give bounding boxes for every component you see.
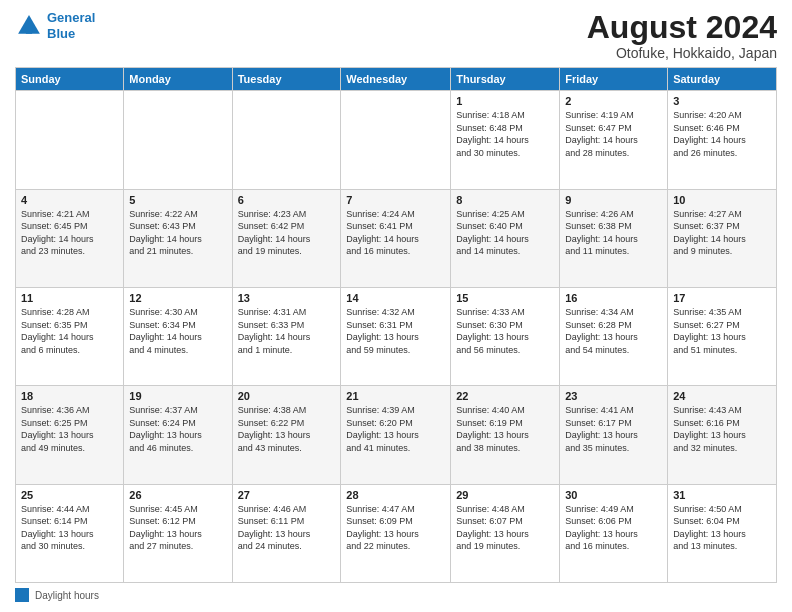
day-info: Sunrise: 4:25 AM Sunset: 6:40 PM Dayligh… [456,208,554,258]
day-number: 4 [21,194,118,206]
day-number: 27 [238,489,336,501]
svg-rect-1 [26,27,32,33]
day-info: Sunrise: 4:26 AM Sunset: 6:38 PM Dayligh… [565,208,662,258]
calendar-cell: 18Sunrise: 4:36 AM Sunset: 6:25 PM Dayli… [16,386,124,484]
day-number: 9 [565,194,662,206]
day-info: Sunrise: 4:45 AM Sunset: 6:12 PM Dayligh… [129,503,226,553]
day-info: Sunrise: 4:34 AM Sunset: 6:28 PM Dayligh… [565,306,662,356]
calendar-cell: 8Sunrise: 4:25 AM Sunset: 6:40 PM Daylig… [451,189,560,287]
day-info: Sunrise: 4:23 AM Sunset: 6:42 PM Dayligh… [238,208,336,258]
day-info: Sunrise: 4:20 AM Sunset: 6:46 PM Dayligh… [673,109,771,159]
calendar-cell: 20Sunrise: 4:38 AM Sunset: 6:22 PM Dayli… [232,386,341,484]
calendar-cell: 30Sunrise: 4:49 AM Sunset: 6:06 PM Dayli… [560,484,668,582]
day-number: 18 [21,390,118,402]
subtitle: Otofuke, Hokkaido, Japan [587,45,777,61]
calendar-cell: 21Sunrise: 4:39 AM Sunset: 6:20 PM Dayli… [341,386,451,484]
day-number: 16 [565,292,662,304]
day-number: 21 [346,390,445,402]
calendar-cell: 1Sunrise: 4:18 AM Sunset: 6:48 PM Daylig… [451,91,560,189]
calendar-header-row: SundayMondayTuesdayWednesdayThursdayFrid… [16,68,777,91]
day-info: Sunrise: 4:44 AM Sunset: 6:14 PM Dayligh… [21,503,118,553]
day-info: Sunrise: 4:22 AM Sunset: 6:43 PM Dayligh… [129,208,226,258]
day-number: 26 [129,489,226,501]
title-block: August 2024 Otofuke, Hokkaido, Japan [587,10,777,61]
calendar-cell [124,91,232,189]
calendar-cell: 7Sunrise: 4:24 AM Sunset: 6:41 PM Daylig… [341,189,451,287]
day-number: 3 [673,95,771,107]
day-number: 28 [346,489,445,501]
day-number: 31 [673,489,771,501]
day-info: Sunrise: 4:35 AM Sunset: 6:27 PM Dayligh… [673,306,771,356]
day-info: Sunrise: 4:47 AM Sunset: 6:09 PM Dayligh… [346,503,445,553]
day-info: Sunrise: 4:24 AM Sunset: 6:41 PM Dayligh… [346,208,445,258]
header: General Blue August 2024 Otofuke, Hokkai… [15,10,777,61]
calendar-header-saturday: Saturday [668,68,777,91]
calendar-cell: 24Sunrise: 4:43 AM Sunset: 6:16 PM Dayli… [668,386,777,484]
calendar-cell: 10Sunrise: 4:27 AM Sunset: 6:37 PM Dayli… [668,189,777,287]
day-info: Sunrise: 4:48 AM Sunset: 6:07 PM Dayligh… [456,503,554,553]
day-number: 17 [673,292,771,304]
calendar-cell: 15Sunrise: 4:33 AM Sunset: 6:30 PM Dayli… [451,287,560,385]
day-number: 13 [238,292,336,304]
day-number: 7 [346,194,445,206]
day-info: Sunrise: 4:43 AM Sunset: 6:16 PM Dayligh… [673,404,771,454]
calendar-cell: 23Sunrise: 4:41 AM Sunset: 6:17 PM Dayli… [560,386,668,484]
day-number: 10 [673,194,771,206]
calendar-cell [16,91,124,189]
calendar-header-sunday: Sunday [16,68,124,91]
day-info: Sunrise: 4:49 AM Sunset: 6:06 PM Dayligh… [565,503,662,553]
day-info: Sunrise: 4:50 AM Sunset: 6:04 PM Dayligh… [673,503,771,553]
calendar-cell: 12Sunrise: 4:30 AM Sunset: 6:34 PM Dayli… [124,287,232,385]
day-info: Sunrise: 4:31 AM Sunset: 6:33 PM Dayligh… [238,306,336,356]
calendar-cell: 27Sunrise: 4:46 AM Sunset: 6:11 PM Dayli… [232,484,341,582]
day-number: 12 [129,292,226,304]
day-info: Sunrise: 4:33 AM Sunset: 6:30 PM Dayligh… [456,306,554,356]
calendar-week-row: 25Sunrise: 4:44 AM Sunset: 6:14 PM Dayli… [16,484,777,582]
day-number: 30 [565,489,662,501]
calendar-week-row: 18Sunrise: 4:36 AM Sunset: 6:25 PM Dayli… [16,386,777,484]
day-info: Sunrise: 4:38 AM Sunset: 6:22 PM Dayligh… [238,404,336,454]
day-number: 29 [456,489,554,501]
calendar-cell [341,91,451,189]
calendar-header-friday: Friday [560,68,668,91]
day-info: Sunrise: 4:21 AM Sunset: 6:45 PM Dayligh… [21,208,118,258]
day-info: Sunrise: 4:28 AM Sunset: 6:35 PM Dayligh… [21,306,118,356]
logo-icon [15,12,43,40]
day-number: 1 [456,95,554,107]
calendar-header-tuesday: Tuesday [232,68,341,91]
day-number: 11 [21,292,118,304]
calendar-cell: 14Sunrise: 4:32 AM Sunset: 6:31 PM Dayli… [341,287,451,385]
calendar-table: SundayMondayTuesdayWednesdayThursdayFrid… [15,67,777,583]
day-info: Sunrise: 4:30 AM Sunset: 6:34 PM Dayligh… [129,306,226,356]
calendar-cell: 13Sunrise: 4:31 AM Sunset: 6:33 PM Dayli… [232,287,341,385]
day-number: 14 [346,292,445,304]
day-number: 19 [129,390,226,402]
daylight-color-box [15,588,29,602]
calendar-cell: 5Sunrise: 4:22 AM Sunset: 6:43 PM Daylig… [124,189,232,287]
logo: General Blue [15,10,95,41]
footer: Daylight hours [15,588,777,602]
calendar-header-wednesday: Wednesday [341,68,451,91]
calendar-cell: 25Sunrise: 4:44 AM Sunset: 6:14 PM Dayli… [16,484,124,582]
day-number: 25 [21,489,118,501]
calendar-cell: 29Sunrise: 4:48 AM Sunset: 6:07 PM Dayli… [451,484,560,582]
calendar-cell [232,91,341,189]
calendar-week-row: 11Sunrise: 4:28 AM Sunset: 6:35 PM Dayli… [16,287,777,385]
calendar-cell: 26Sunrise: 4:45 AM Sunset: 6:12 PM Dayli… [124,484,232,582]
calendar-cell: 11Sunrise: 4:28 AM Sunset: 6:35 PM Dayli… [16,287,124,385]
day-number: 22 [456,390,554,402]
day-info: Sunrise: 4:37 AM Sunset: 6:24 PM Dayligh… [129,404,226,454]
day-info: Sunrise: 4:32 AM Sunset: 6:31 PM Dayligh… [346,306,445,356]
day-number: 5 [129,194,226,206]
day-info: Sunrise: 4:46 AM Sunset: 6:11 PM Dayligh… [238,503,336,553]
calendar-header-thursday: Thursday [451,68,560,91]
calendar-week-row: 1Sunrise: 4:18 AM Sunset: 6:48 PM Daylig… [16,91,777,189]
day-info: Sunrise: 4:18 AM Sunset: 6:48 PM Dayligh… [456,109,554,159]
day-info: Sunrise: 4:41 AM Sunset: 6:17 PM Dayligh… [565,404,662,454]
day-number: 2 [565,95,662,107]
calendar-cell: 16Sunrise: 4:34 AM Sunset: 6:28 PM Dayli… [560,287,668,385]
day-number: 8 [456,194,554,206]
calendar-cell: 28Sunrise: 4:47 AM Sunset: 6:09 PM Dayli… [341,484,451,582]
calendar-cell: 19Sunrise: 4:37 AM Sunset: 6:24 PM Dayli… [124,386,232,484]
main-title: August 2024 [587,10,777,45]
